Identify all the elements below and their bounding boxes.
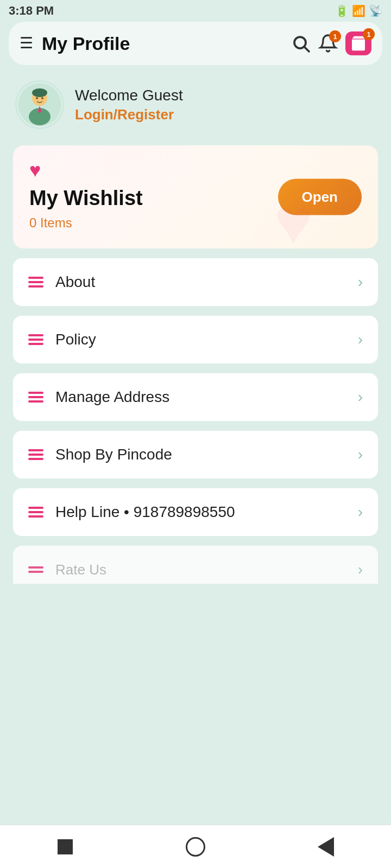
stop-icon (58, 839, 73, 854)
status-bar: 3:18 PM 🔋 📶 📡 (0, 0, 391, 22)
helpline-chevron-icon: › (358, 503, 363, 521)
svg-point-9 (41, 97, 43, 99)
page-title: My Profile (42, 33, 282, 54)
menu-item-policy[interactable]: Policy › (13, 316, 378, 363)
cart-button[interactable]: 1 (345, 31, 371, 55)
nav-back-button[interactable] (310, 831, 342, 863)
home-icon (186, 837, 205, 857)
rate-us-chevron-icon: › (358, 561, 363, 578)
about-label: About (55, 273, 346, 291)
policy-label: Policy (55, 331, 346, 348)
menu-item-helpline[interactable]: Help Line • 918789898550 › (13, 488, 378, 536)
policy-icon (28, 334, 43, 345)
welcome-section: Welcome Guest Login/Register (0, 69, 391, 140)
rate-us-label: Rate Us (55, 561, 346, 578)
menu-item-shop-by-pincode[interactable]: Shop By Pincode › (13, 431, 378, 478)
wishlist-card: ♥ My Wishlist 0 Items Open ♥ (13, 145, 378, 248)
app-header: ☰ My Profile 1 1 (9, 22, 382, 65)
status-icons: 🔋 📶 📡 (335, 4, 382, 17)
notification-badge: 1 (329, 30, 341, 42)
manage-address-chevron-icon: › (358, 388, 363, 406)
wishlist-open-button[interactable]: Open (278, 179, 362, 215)
notification-button[interactable]: 1 (318, 34, 338, 53)
header-actions: 1 1 (291, 31, 371, 55)
battery-icon: 🔋 (335, 4, 349, 17)
avatar (15, 80, 64, 129)
bottom-nav (0, 825, 391, 868)
menu-item-about[interactable]: About › (13, 258, 378, 306)
manage-address-label: Manage Address (55, 388, 346, 406)
shop-pincode-label: Shop By Pincode (55, 446, 346, 463)
wishlist-count: 0 Items (29, 215, 362, 231)
about-chevron-icon: › (358, 273, 363, 291)
main-content: ♥ My Wishlist 0 Items Open ♥ About › Pol… (0, 140, 391, 825)
rate-us-icon (28, 566, 43, 573)
shop-pincode-chevron-icon: › (358, 446, 363, 463)
back-icon (318, 837, 334, 857)
nav-stop-button[interactable] (49, 831, 81, 863)
svg-point-5 (32, 88, 47, 97)
menu-item-rate-us[interactable]: Rate Us › (13, 546, 378, 584)
manage-address-icon (28, 392, 43, 403)
login-register-button[interactable]: Login/Register (75, 106, 183, 123)
menu-item-manage-address[interactable]: Manage Address › (13, 373, 378, 421)
wifi-icon: 📡 (369, 4, 382, 17)
cart-badge: 1 (363, 28, 375, 40)
shop-pincode-icon (28, 449, 43, 460)
svg-line-1 (305, 47, 309, 52)
svg-point-8 (36, 97, 38, 99)
policy-chevron-icon: › (358, 331, 363, 348)
status-time: 3:18 PM (9, 4, 54, 18)
helpline-label: Help Line • 918789898550 (55, 503, 346, 521)
welcome-text-group: Welcome Guest Login/Register (75, 87, 183, 123)
nav-home-button[interactable] (179, 831, 212, 863)
about-icon (28, 277, 43, 288)
wishlist-heart-icon: ♥ (29, 161, 362, 180)
welcome-greeting: Welcome Guest (75, 87, 183, 104)
signal-icon: 📶 (352, 4, 365, 17)
search-button[interactable] (291, 34, 311, 53)
helpline-icon (28, 507, 43, 518)
menu-button[interactable]: ☰ (20, 36, 33, 51)
